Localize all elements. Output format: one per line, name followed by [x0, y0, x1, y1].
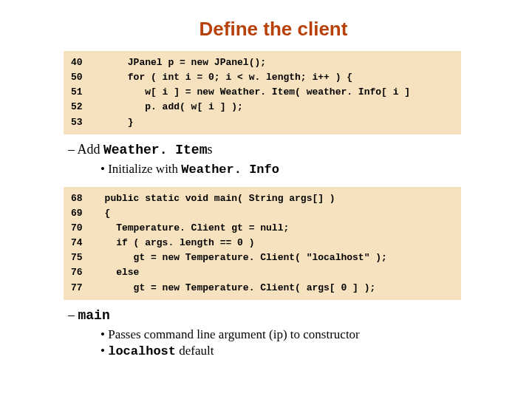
bullet-main: main: [68, 307, 505, 323]
code-line: 51 w[ i ] = new Weather. Item( weather. …: [71, 85, 454, 100]
bullet-text-post: s: [207, 142, 212, 157]
line-number: 51: [71, 85, 93, 100]
slide-title: Define the client: [41, 18, 505, 41]
list-item: localhost default: [100, 344, 505, 358]
bullet-mono: main: [78, 308, 110, 323]
code-text: if ( args. length == 0 ): [93, 236, 454, 250]
code-line: 77 gt = new Temperature. Client( args[ 0…: [71, 281, 454, 296]
code-line: 40 JPanel p = new JPanel();: [71, 55, 454, 70]
code-line: 53 }: [71, 115, 454, 130]
list-item: Initialize with Weather. Info: [100, 162, 505, 177]
line-number: 40: [71, 55, 93, 70]
item-mono: Weather. Info: [181, 163, 279, 177]
code-text: {: [93, 206, 454, 221]
code-line: 76 else: [71, 265, 454, 280]
code-line: 75 gt = new Temperature. Client( "localh…: [71, 250, 454, 265]
code-line: 50 for ( int i = 0; i < w. length; i++ )…: [71, 70, 454, 85]
code-text: Temperature. Client gt = null;: [93, 221, 454, 236]
line-number: 68: [71, 191, 93, 206]
line-number: 53: [71, 115, 93, 130]
code-text: }: [93, 115, 454, 130]
code-text: public static void main( String args[] ): [93, 191, 454, 206]
item-text-post: default: [176, 344, 214, 358]
code-text: gt = new Temperature. Client( "localhost…: [93, 250, 454, 265]
code-block-2: 68 public static void main( String args[…: [64, 187, 461, 300]
code-text: w[ i ] = new Weather. Item( weather. Inf…: [93, 85, 454, 100]
code-block-1: 40 JPanel p = new JPanel();50 for ( int …: [64, 51, 461, 134]
code-line: 68 public static void main( String args[…: [71, 191, 454, 206]
line-number: 77: [71, 281, 93, 296]
code-line: 70 Temperature. Client gt = null;: [71, 221, 454, 236]
code-line: 52 p. add( w[ i ] );: [71, 100, 454, 115]
line-number: 74: [71, 236, 93, 250]
line-number: 52: [71, 100, 93, 115]
code-text: JPanel p = new JPanel();: [93, 55, 454, 70]
code-line: 74 if ( args. length == 0 ): [71, 236, 454, 250]
code-line: 69 {: [71, 206, 454, 221]
line-number: 70: [71, 221, 93, 236]
line-number: 50: [71, 70, 93, 85]
item-text: Passes command line argument (ip) to con…: [108, 327, 360, 341]
item-text: Initialize with: [108, 162, 181, 176]
bullet-text: Add: [78, 142, 104, 157]
line-number: 76: [71, 265, 93, 280]
bullet-mono: Weather. Item: [103, 143, 207, 157]
sub-list-1: Initialize with Weather. Info: [100, 162, 505, 177]
item-mono: localhost: [108, 344, 176, 358]
code-text: for ( int i = 0; i < w. length; i++ ) {: [93, 70, 454, 85]
list-item: Passes command line argument (ip) to con…: [100, 327, 505, 342]
code-text: p. add( w[ i ] );: [93, 100, 454, 115]
bullet-add-weather-items: Add Weather. Items: [68, 142, 505, 157]
code-text: else: [93, 265, 454, 280]
code-text: gt = new Temperature. Client( args[ 0 ] …: [93, 281, 454, 296]
line-number: 75: [71, 250, 93, 265]
sub-list-2: Passes command line argument (ip) to con…: [100, 327, 505, 358]
line-number: 69: [71, 206, 93, 221]
